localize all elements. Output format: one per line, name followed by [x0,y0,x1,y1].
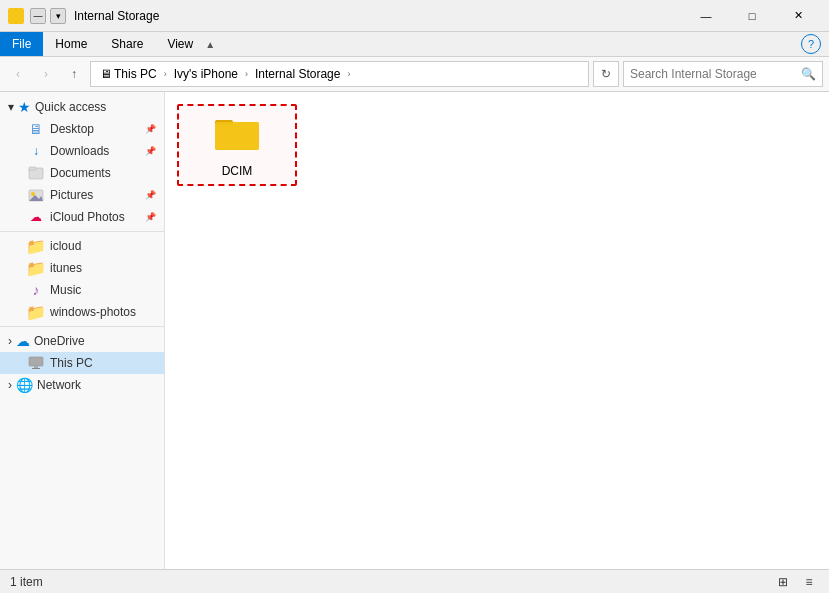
sidebar-item-icloud-label: icloud [50,239,156,253]
item-count: 1 item [10,575,43,589]
main-area: ▾ ★ Quick access 🖥 Desktop 📌 ↓ Downloads… [0,92,829,569]
music-icon: ♪ [28,282,44,298]
address-path[interactable]: 🖥 This PC › Ivy's iPhone › Internal Stor… [90,61,589,87]
ribbon-home-tab[interactable]: Home [43,32,99,56]
pictures-icon [28,187,44,203]
ribbon-file-tab[interactable]: File [0,32,43,56]
onedrive-chevron: › [8,334,12,348]
sidebar-divider-1 [0,231,164,232]
onedrive-icon: ☁ [16,333,30,349]
address-bar: ‹ › ↑ 🖥 This PC › Ivy's iPhone › Interna… [0,57,829,92]
quick-access-star-icon: ★ [18,99,31,115]
breadcrumb-chevron-2: › [245,69,248,79]
sidebar-section-quick-access[interactable]: ▾ ★ Quick access [0,96,164,118]
refresh-button[interactable]: ↻ [593,61,619,87]
window-controls: — □ ✕ [683,0,821,32]
title-bar-controls-left: — ▾ [30,8,66,24]
ribbon-share-tab[interactable]: Share [99,32,155,56]
pin-icon-icloud: 📌 [145,212,156,222]
large-icon-view-button[interactable]: ⊞ [773,572,793,592]
sidebar-item-downloads[interactable]: ↓ Downloads 📌 [0,140,164,162]
sidebar-item-music-label: Music [50,283,156,297]
list-view-button[interactable]: ≡ [799,572,819,592]
onedrive-label: OneDrive [34,334,85,348]
sidebar-item-network[interactable]: › 🌐 Network [0,374,164,396]
thispc-icon: 🖥 [100,67,112,81]
downloads-icon: ↓ [28,143,44,159]
thispc-sidebar-icon [28,355,44,371]
breadcrumb-thispc[interactable]: 🖥 This PC [97,65,160,83]
folder-grid: DCIM [177,104,817,186]
sidebar-divider-2 [0,326,164,327]
sidebar-item-icloud-photos[interactable]: ☁ iCloud Photos 📌 [0,206,164,228]
content-area: DCIM [165,92,829,569]
sidebar-item-icloud-photos-label: iCloud Photos [50,210,139,224]
title-bar: — ▾ Internal Storage — □ ✕ [0,0,829,32]
dcim-folder-name: DCIM [222,164,253,178]
maximize-button[interactable]: □ [729,0,775,32]
sidebar-item-music[interactable]: ♪ Music [0,279,164,301]
desktop-icon: 🖥 [28,121,44,137]
sidebar-item-onedrive[interactable]: › ☁ OneDrive [0,330,164,352]
breadcrumb-chevron-1: › [164,69,167,79]
network-icon: 🌐 [16,377,33,393]
sidebar-item-icloud[interactable]: 📁 icloud [0,235,164,257]
svg-rect-6 [34,366,38,368]
back-button[interactable]: ‹ [6,62,30,86]
search-box[interactable]: 🔍 [623,61,823,87]
sidebar-item-windows-photos-label: windows-photos [50,305,156,319]
itunes-folder-icon: 📁 [28,260,44,276]
help-button[interactable]: ? [801,34,821,54]
up-button[interactable]: ↑ [62,62,86,86]
search-input[interactable] [630,67,801,81]
ribbon: File Home Share View ▲ ? [0,32,829,57]
pin-icon-desktop: 📌 [145,124,156,134]
sidebar-item-documents[interactable]: Documents [0,162,164,184]
sidebar: ▾ ★ Quick access 🖥 Desktop 📌 ↓ Downloads… [0,92,165,569]
sidebar-item-thispc[interactable]: This PC [0,352,164,374]
sidebar-item-desktop-label: Desktop [50,122,139,136]
pin-icon-pictures: 📌 [145,190,156,200]
windows-photos-icon: 📁 [28,304,44,320]
sidebar-item-downloads-label: Downloads [50,144,139,158]
window-minimize-small[interactable]: — [30,8,46,24]
svg-rect-1 [29,167,36,170]
svg-rect-10 [215,122,259,150]
window-arrow[interactable]: ▾ [50,8,66,24]
quick-access-label: Quick access [35,100,106,114]
breadcrumb-storage[interactable]: Internal Storage [252,65,343,83]
sidebar-item-windows-photos[interactable]: 📁 windows-photos [0,301,164,323]
svg-rect-5 [29,357,43,366]
sidebar-item-thispc-label: This PC [50,356,156,370]
sidebar-item-pictures[interactable]: Pictures 📌 [0,184,164,206]
sidebar-item-itunes[interactable]: 📁 itunes [0,257,164,279]
ribbon-view-tab[interactable]: View [155,32,205,56]
status-bar: 1 item ⊞ ≡ [0,569,829,593]
ribbon-expand-icon[interactable]: ▲ [205,39,215,50]
icloud-photos-icon: ☁ [28,209,44,225]
ribbon-tabs: File Home Share View ▲ ? [0,32,829,56]
folder-item-dcim[interactable]: DCIM [177,104,297,186]
sidebar-item-documents-label: Documents [50,166,156,180]
icloud-folder-icon: 📁 [28,238,44,254]
window-title: Internal Storage [74,9,683,23]
sidebar-item-pictures-label: Pictures [50,188,139,202]
close-button[interactable]: ✕ [775,0,821,32]
quick-access-chevron: ▾ [8,100,14,114]
view-controls: ⊞ ≡ [773,572,819,592]
search-icon[interactable]: 🔍 [801,67,816,81]
dcim-folder-icon [213,112,261,160]
documents-icon [28,165,44,181]
sidebar-item-itunes-label: itunes [50,261,156,275]
sidebar-item-desktop[interactable]: 🖥 Desktop 📌 [0,118,164,140]
forward-button[interactable]: › [34,62,58,86]
window-icon [8,8,24,24]
breadcrumb-chevron-3: › [347,69,350,79]
network-label: Network [37,378,81,392]
breadcrumb-iphone[interactable]: Ivy's iPhone [171,65,241,83]
minimize-button[interactable]: — [683,0,729,32]
svg-rect-7 [32,368,40,369]
pin-icon-downloads: 📌 [145,146,156,156]
network-chevron: › [8,378,12,392]
svg-point-3 [31,192,35,196]
